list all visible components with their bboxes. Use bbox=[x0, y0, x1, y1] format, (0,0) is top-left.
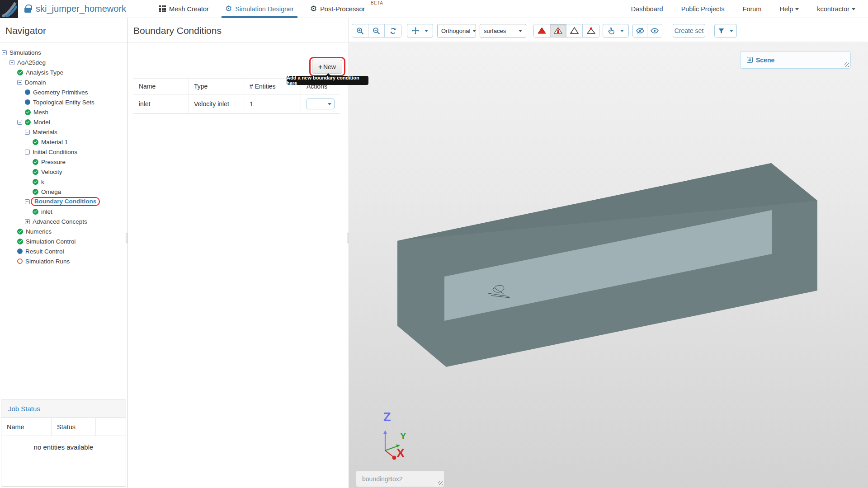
project-title: ski_jumper_homework bbox=[36, 4, 126, 14]
tree-item-domain[interactable]: Domain bbox=[0, 77, 127, 87]
page-title: Boundary Conditions bbox=[128, 18, 349, 36]
move-icon bbox=[412, 27, 419, 34]
annotation-highlight-ring: Boundary Conditions bbox=[31, 197, 100, 206]
new-boundary-condition-button[interactable]: +New bbox=[312, 60, 342, 74]
tree-item-label: inlet bbox=[41, 208, 52, 215]
scene-tree-panel[interactable]: Scene bbox=[740, 51, 851, 69]
filter-dropdown[interactable] bbox=[714, 24, 737, 38]
chevron-down-icon bbox=[852, 8, 855, 10]
tree-item-topological-entity-sets[interactable]: Topological Entity Sets bbox=[0, 97, 127, 107]
tree-item-label: Simulation Runs bbox=[25, 258, 70, 265]
app-tabs: Mesh Creator ⚙ Simulation Designer ⚙ Pos… bbox=[151, 0, 384, 18]
tree-item-pressure[interactable]: Pressure bbox=[0, 157, 127, 167]
render-mode-select[interactable]: surfaces bbox=[480, 24, 526, 38]
tree-item-k[interactable]: k bbox=[0, 177, 127, 187]
table-row[interactable]: inletVelocity inlet1 bbox=[133, 94, 340, 114]
tree-item-material-1[interactable]: Material 1 bbox=[0, 137, 127, 147]
tree-item-label: Mesh bbox=[33, 109, 48, 116]
zoom-out-button[interactable] bbox=[368, 24, 385, 37]
create-set-button[interactable]: Create set bbox=[673, 24, 705, 38]
collapse-icon[interactable] bbox=[17, 120, 22, 125]
job-status-col-status: Status bbox=[52, 418, 96, 436]
tree-item-velocity[interactable]: Velocity bbox=[0, 167, 127, 177]
lock-icon bbox=[24, 8, 31, 13]
nav-link-dashboard[interactable]: Dashboard bbox=[631, 5, 663, 13]
create-set-label: Create set bbox=[675, 27, 704, 34]
visibility-button-group bbox=[632, 24, 662, 38]
tree-item-simulations[interactable]: Simulations bbox=[0, 47, 127, 57]
tab-post-processor[interactable]: ⚙ Post-Processor BETA bbox=[302, 0, 384, 18]
table-column-header: Type bbox=[189, 79, 244, 94]
row-actions-select[interactable] bbox=[307, 99, 335, 109]
tree-item-boundary-conditions[interactable]: Boundary Conditions bbox=[0, 197, 127, 206]
job-status-panel: Job Status Name Status no entities avail… bbox=[1, 399, 126, 487]
status-complete-icon bbox=[17, 229, 23, 235]
tree-item-label: Result Control bbox=[25, 248, 64, 255]
tree-item-simulation-control[interactable]: Simulation Control bbox=[0, 236, 127, 246]
zoom-in-button[interactable] bbox=[352, 24, 368, 37]
tree-item-numerics[interactable]: Numerics bbox=[0, 226, 127, 236]
grid-icon bbox=[159, 5, 166, 12]
job-status-col-name: Name bbox=[1, 418, 52, 436]
tree-item-omega[interactable]: Omega bbox=[0, 187, 127, 197]
tab-label: Mesh Creator bbox=[169, 5, 209, 13]
pan-mode-dropdown[interactable] bbox=[407, 24, 433, 38]
chevron-down-icon bbox=[519, 30, 522, 32]
collapse-icon[interactable] bbox=[9, 60, 14, 65]
collapse-icon[interactable] bbox=[25, 150, 30, 155]
selection-tool-dropdown[interactable] bbox=[603, 24, 629, 38]
tree-item-inlet[interactable]: inlet bbox=[0, 206, 127, 216]
render-canvas[interactable]: Z Y X Scene boundingBox2 0 10 bbox=[349, 42, 868, 488]
tree-item-result-control[interactable]: Result Control bbox=[0, 246, 127, 256]
show-selected-button[interactable] bbox=[647, 24, 662, 37]
tree-item-simulation-runs[interactable]: Simulation Runs bbox=[0, 256, 127, 266]
projection-select[interactable]: Orthogonal bbox=[437, 24, 476, 38]
collapse-icon[interactable] bbox=[2, 50, 7, 55]
chevron-down-icon bbox=[795, 8, 799, 10]
user-menu[interactable]: kcontractor bbox=[817, 5, 855, 13]
expand-icon[interactable] bbox=[747, 57, 753, 63]
mesh-display-button-group bbox=[533, 24, 599, 38]
axis-label-z: Z bbox=[383, 410, 391, 424]
scene-label: Scene bbox=[756, 56, 774, 64]
navigator-title: Navigator bbox=[0, 18, 127, 36]
status-complete-icon bbox=[33, 189, 38, 195]
nav-link-forum[interactable]: Forum bbox=[743, 5, 762, 13]
zoom-button-group bbox=[352, 24, 401, 38]
tree-item-materials[interactable]: Materials bbox=[0, 127, 127, 137]
table-column-header: Name bbox=[133, 79, 189, 94]
nav-link-public-projects[interactable]: Public Projects bbox=[681, 5, 725, 13]
reset-view-button[interactable] bbox=[385, 24, 401, 37]
simscale-logo[interactable] bbox=[0, 0, 18, 18]
geometry-name-field[interactable]: boundingBox2 bbox=[356, 470, 444, 487]
tree-item-label: Simulation Control bbox=[26, 238, 75, 245]
tree-item-initial-conditions[interactable]: Initial Conditions bbox=[0, 147, 127, 157]
show-wireframe-button[interactable] bbox=[566, 24, 583, 37]
hide-selected-button[interactable] bbox=[633, 24, 647, 37]
resize-grip[interactable] bbox=[438, 481, 443, 485]
show-surface-mesh-button[interactable] bbox=[550, 24, 566, 37]
show-solid-mesh-button[interactable] bbox=[534, 24, 550, 37]
job-status-header-row: Name Status bbox=[1, 418, 126, 436]
chevron-down-icon bbox=[328, 103, 331, 105]
beta-badge: BETA bbox=[371, 0, 383, 5]
table-cell: inlet bbox=[133, 94, 189, 113]
status-complete-icon bbox=[25, 109, 31, 115]
show-points-button[interactable] bbox=[583, 24, 599, 37]
collapse-icon[interactable] bbox=[25, 199, 30, 204]
tree-item-mesh[interactable]: Mesh bbox=[0, 107, 127, 117]
tree-item-geometry-primitives[interactable]: Geometry Primitives bbox=[0, 87, 127, 97]
tree-item-advanced-concepts[interactable]: Advanced Concepts bbox=[0, 216, 127, 226]
expand-icon[interactable] bbox=[25, 219, 30, 224]
resize-grip[interactable] bbox=[844, 62, 849, 67]
tree-item-aoa25deg[interactable]: AoA25deg bbox=[0, 57, 127, 67]
tab-simulation-designer[interactable]: ⚙ Simulation Designer bbox=[217, 0, 302, 18]
collapse-icon[interactable] bbox=[17, 80, 22, 85]
tree-item-model[interactable]: Model bbox=[0, 117, 127, 127]
status-complete-icon bbox=[17, 239, 23, 244]
tree-item-analysis-type[interactable]: Analysis Type bbox=[0, 67, 127, 77]
tab-mesh-creator[interactable]: Mesh Creator bbox=[151, 0, 217, 18]
collapse-icon[interactable] bbox=[25, 130, 30, 135]
help-menu[interactable]: Help bbox=[779, 5, 799, 13]
job-status-col-actions bbox=[96, 418, 126, 436]
